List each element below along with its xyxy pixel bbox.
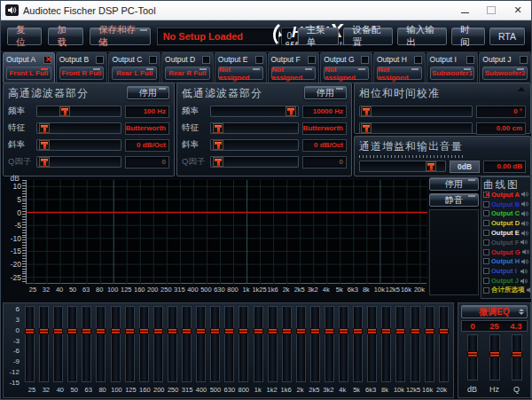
filter-slider-thumb[interactable] (39, 123, 50, 133)
legend-checkbox[interactable] (483, 192, 489, 198)
graph-disable-button[interactable]: 停用 (429, 177, 479, 191)
eq-slider-thumb[interactable] (111, 328, 121, 334)
eq-band-slider-25[interactable] (25, 306, 35, 382)
channel-name-button[interactable]: Rear L Full (112, 67, 157, 80)
eq-slider-thumb[interactable] (125, 328, 135, 334)
eq-band-slider-2k[interactable] (296, 306, 306, 382)
main-menu-button[interactable]: 主菜单 (298, 27, 340, 45)
channel-name-button[interactable]: Subwoofer1 (430, 67, 475, 80)
filter-value-field[interactable]: 10000 Hz (302, 106, 347, 118)
eq-band-slider-500[interactable] (210, 306, 220, 382)
tab-output-c[interactable]: Output CRear L Full (108, 52, 160, 83)
output-checkbox[interactable] (466, 56, 474, 64)
tab-output-f[interactable]: Output FNot assigned (268, 52, 320, 83)
legend-checkbox[interactable] (483, 278, 489, 284)
phase-slider-thumb[interactable] (361, 106, 372, 116)
eq-slider-thumb[interactable] (139, 328, 149, 334)
eq-band-slider-315[interactable] (182, 306, 192, 382)
tab-output-a[interactable]: Output AFront L Full (3, 52, 55, 83)
legend-checkbox[interactable] (483, 220, 489, 226)
eq-slider-thumb[interactable] (182, 328, 192, 334)
eq-slider-thumb[interactable] (353, 328, 363, 334)
eq-band-slider-40[interactable] (53, 306, 63, 382)
speaker-icon[interactable] (522, 248, 530, 255)
eq-slider-thumb[interactable] (39, 328, 49, 334)
speaker-icon[interactable] (521, 210, 529, 217)
speaker-icon[interactable] (521, 258, 529, 265)
eq-slider-thumb[interactable] (224, 328, 234, 334)
filter-slider-thumb[interactable] (39, 140, 50, 150)
channel-name-button[interactable]: Subwoofer2 (482, 67, 528, 80)
legend-row-output-j[interactable]: Output J (483, 276, 528, 286)
channel-name-button[interactable]: Front R Full (59, 67, 105, 80)
eq-band-slider-630[interactable] (224, 306, 234, 382)
channel-name-button[interactable]: Not assigned (218, 67, 263, 80)
fine-eq-slider-db[interactable] (467, 334, 478, 380)
tab-output-h[interactable]: Output HNot assigned (373, 52, 426, 83)
reset-button[interactable]: 复位 (7, 27, 42, 45)
eq-slider-thumb[interactable] (210, 328, 220, 334)
eq-band-slider-16k[interactable] (425, 306, 434, 382)
output-checkbox[interactable] (308, 56, 316, 64)
legend-row-output-i[interactable]: Output I (483, 266, 528, 276)
filter-slider-thumb[interactable] (39, 157, 50, 167)
legend-row-output-f[interactable]: Output F (483, 238, 528, 247)
filter-slider-thumb[interactable] (213, 157, 223, 167)
eq-band-slider-2k5[interactable] (310, 306, 320, 382)
output-checkbox[interactable] (149, 56, 157, 64)
fine-eq-header-button[interactable]: 微调EQ (461, 305, 528, 318)
filter-slider-thumb[interactable] (286, 106, 296, 116)
tab-output-d[interactable]: Output DRear R Full (161, 52, 214, 83)
phase-value-field[interactable]: 0.00 cm (476, 122, 526, 135)
eq-band-slider-160[interactable] (139, 306, 149, 382)
tab-output-g[interactable]: Output GNot assigned (320, 52, 372, 83)
eq-slider-thumb[interactable] (439, 328, 449, 334)
gain-slider[interactable] (359, 161, 446, 172)
legend-row-output-b[interactable]: Output B (483, 200, 528, 209)
fine-eq-slider-thumb[interactable] (467, 351, 478, 357)
legend-checkbox[interactable] (483, 258, 489, 264)
eq-slider-thumb[interactable] (25, 328, 35, 334)
output-checkbox[interactable] (202, 56, 210, 64)
channel-name-button[interactable]: Not assigned (324, 67, 369, 80)
eq-band-slider-20k[interactable] (439, 306, 449, 382)
legend-checkbox[interactable] (483, 201, 489, 208)
rta-button[interactable]: RTA (489, 27, 525, 45)
channel-name-button[interactable]: Rear R Full (165, 67, 210, 80)
tab-output-i[interactable]: Output ISubwoofer1 (426, 52, 479, 83)
filter-slider[interactable] (210, 156, 299, 168)
tab-output-e[interactable]: Output ENot assigned (215, 52, 267, 83)
gain-slider-thumb[interactable] (426, 161, 436, 171)
eq-slider-thumb[interactable] (310, 328, 320, 334)
tab-output-b[interactable]: Output BFront R Full (56, 52, 108, 83)
maximize-icon[interactable] (478, 1, 505, 20)
close-icon[interactable] (505, 1, 531, 20)
filter-value-field[interactable]: 0 dB/Oct (125, 139, 169, 152)
eq-slider-thumb[interactable] (239, 328, 248, 334)
eq-band-slider-63[interactable] (82, 306, 91, 382)
phase-slider[interactable] (359, 122, 473, 134)
filter-slider[interactable] (210, 106, 299, 117)
phase-slider[interactable] (359, 106, 473, 117)
eq-slider-thumb[interactable] (282, 328, 292, 334)
eq-slider-thumb[interactable] (395, 328, 405, 334)
eq-slider-thumb[interactable] (367, 328, 377, 334)
speaker-icon[interactable] (520, 239, 528, 246)
phase-slider-thumb[interactable] (361, 123, 372, 133)
eq-slider-thumb[interactable] (268, 328, 278, 334)
legend-checkbox[interactable] (483, 239, 489, 246)
filter-value-field[interactable]: 0 dB/Oct (302, 139, 347, 152)
eq-slider-thumb[interactable] (67, 328, 77, 334)
time-button[interactable]: 时间 (451, 27, 485, 45)
legend-row-output-d[interactable]: Output D (483, 218, 528, 228)
eq-band-slider-100[interactable] (111, 306, 121, 382)
eq-slider-thumb[interactable] (96, 328, 106, 334)
channel-name-button[interactable]: Front L Full (6, 67, 51, 80)
filter-value-field[interactable]: 0 (302, 156, 347, 169)
eq-slider-thumb[interactable] (196, 328, 206, 334)
eq-band-slider-250[interactable] (168, 306, 177, 382)
filter-value-field[interactable]: 0 (125, 156, 169, 169)
legend-checkbox[interactable] (483, 230, 489, 236)
speaker-icon[interactable] (520, 278, 528, 285)
eq-band-slider-50[interactable] (67, 306, 77, 382)
